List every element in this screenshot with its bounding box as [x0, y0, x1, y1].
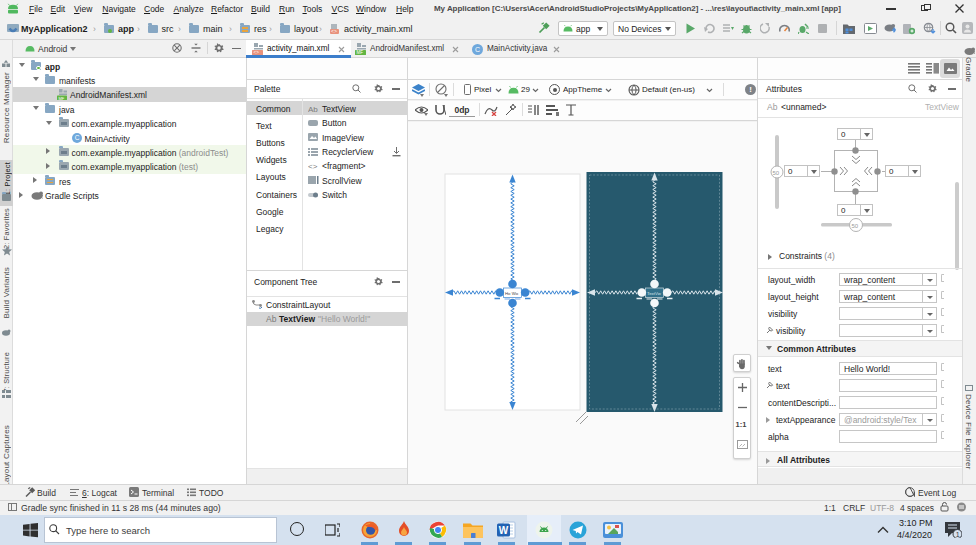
svg-text:50: 50	[852, 223, 859, 229]
svg-text:50: 50	[773, 170, 780, 176]
svg-text:<>: <>	[254, 50, 260, 55]
svg-text:Ho Wo: Ho Wo	[505, 291, 519, 296]
svg-text:<>: <>	[331, 28, 337, 34]
svg-text:W: W	[499, 525, 509, 536]
svg-text:<>: <>	[308, 162, 318, 171]
svg-text:1: 1	[956, 531, 960, 538]
svg-text:Ab: Ab	[308, 105, 318, 114]
svg-text:MF: MF	[59, 96, 65, 101]
svg-text:TextVw: TextVw	[647, 291, 662, 296]
svg-text:MF: MF	[357, 50, 364, 55]
